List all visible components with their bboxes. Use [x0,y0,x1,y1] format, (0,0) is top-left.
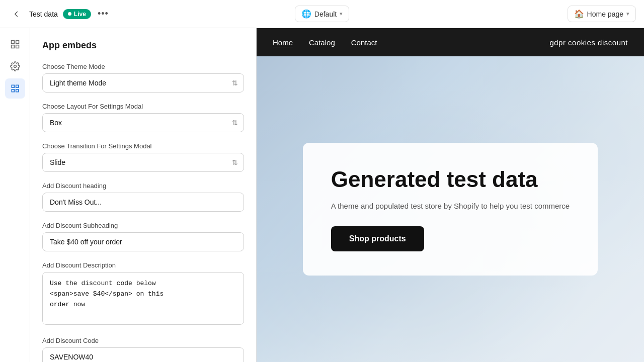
globe-icon: 🌐 [301,9,311,19]
topbar-right: 🏠 Home page ▾ [431,6,636,22]
topbar-center: 🌐 Default ▾ [219,6,425,22]
fields-container: Choose Theme ModeLight theme ModeDark th… [42,63,244,362]
field-label-theme_mode: Choose Theme Mode [42,63,244,70]
nav-link-contact[interactable]: Contact [351,38,377,47]
home-page-dropdown[interactable]: 🏠 Home page ▾ [568,6,636,22]
page-title: Test data [29,10,58,18]
field-group-transition: Choose Transition For Settings ModalSlid… [42,142,244,172]
select-wrapper-layout: BoxSidebarFullscreen⇅ [42,113,244,132]
hero-card: Generated test data A theme and populate… [303,143,598,275]
field-group-layout: Choose Layout For Settings ModalBoxSideb… [42,103,244,132]
nav-right: gdpr cookies discount [549,38,628,47]
field-label-layout: Choose Layout For Settings Modal [42,103,244,110]
select-wrapper-theme_mode: Light theme ModeDark theme Mode⇅ [42,73,244,93]
nav-link-home[interactable]: Home [273,38,293,47]
default-dropdown[interactable]: 🌐 Default ▾ [295,6,349,22]
textarea-discount_description[interactable] [42,272,244,325]
shop-products-button[interactable]: Shop products [331,226,424,251]
preview-panel: HomeCatalogContact gdpr cookies discount… [257,28,644,362]
main-layout: App embeds Choose Theme ModeLight theme … [0,28,644,362]
svg-rect-2 [11,45,14,48]
field-group-discount_heading: Add Discount heading [42,182,244,212]
field-label-transition: Choose Transition For Settings Modal [42,142,244,150]
live-label: Live [74,11,86,18]
live-badge: Live [63,9,91,19]
nav-link-catalog[interactable]: Catalog [309,38,335,47]
svg-rect-3 [16,45,19,48]
select-transition[interactable]: SlideFadeNone [42,153,244,172]
topbar-left: Test data Live ••• [8,6,213,22]
preview-hero: Generated test data A theme and populate… [257,56,644,362]
field-group-discount_code: Add Discount Code [42,337,244,362]
live-dot [68,12,71,16]
sidebar-icons [0,28,30,362]
select-wrapper-transition: SlideFadeNone⇅ [42,153,244,172]
sidebar-item-apps[interactable] [5,78,25,99]
more-button[interactable]: ••• [96,7,110,21]
topbar: Test data Live ••• 🌐 Default ▾ 🏠 Home pa… [0,0,644,28]
sidebar-item-settings[interactable] [5,56,25,76]
home-icon: 🏠 [574,9,584,19]
chevron-down-icon: ▾ [626,11,629,17]
home-page-label: Home page [587,10,623,18]
back-button[interactable] [8,6,24,22]
default-label: Default [314,10,337,18]
field-label-discount_subheading: Add Discount Subheading [42,222,244,229]
nav-links: HomeCatalogContact [273,38,377,47]
field-label-discount_code: Add Discount Code [42,337,244,344]
field-label-discount_description: Add Discount Description [42,261,244,269]
input-discount_heading[interactable] [42,193,244,212]
field-group-theme_mode: Choose Theme ModeLight theme ModeDark th… [42,63,244,93]
input-discount_code[interactable] [42,347,244,362]
chevron-down-icon: ▾ [340,11,343,17]
select-theme_mode[interactable]: Light theme ModeDark theme Mode [42,73,244,93]
hero-title: Generated test data [331,167,570,193]
preview-nav: HomeCatalogContact gdpr cookies discount [257,28,644,56]
field-label-discount_heading: Add Discount heading [42,182,244,190]
hero-subtitle: A theme and populated test store by Shop… [331,201,570,212]
field-group-discount_subheading: Add Discount Subheading [42,222,244,251]
input-discount_subheading[interactable] [42,232,244,251]
settings-panel: App embeds Choose Theme ModeLight theme … [30,28,257,362]
field-group-discount_description: Add Discount Description [42,261,244,327]
svg-rect-0 [11,41,14,44]
panel-title: App embeds [42,40,244,51]
sidebar-item-layout[interactable] [5,34,25,54]
svg-point-4 [14,65,16,68]
svg-rect-1 [16,41,19,44]
select-layout[interactable]: BoxSidebarFullscreen [42,113,244,132]
